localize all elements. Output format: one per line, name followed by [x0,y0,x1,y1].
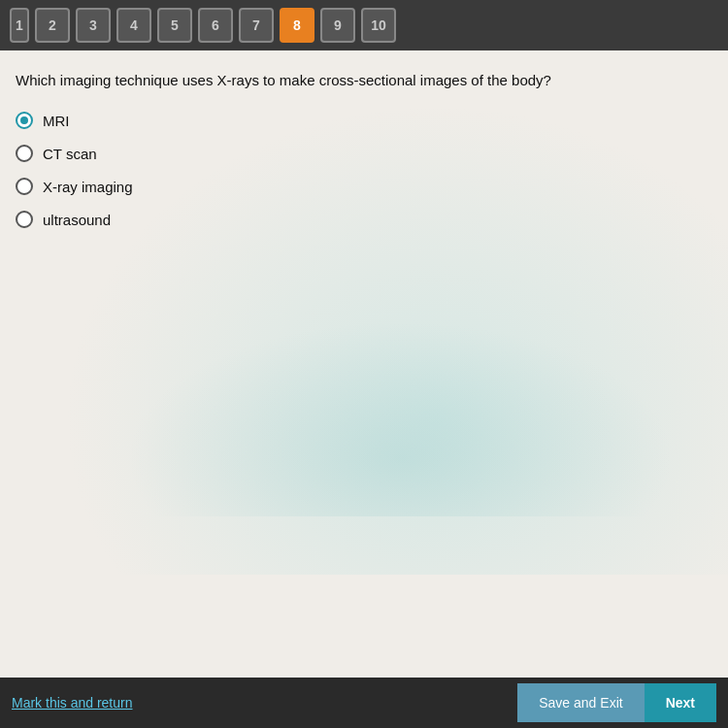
nav-item-3[interactable]: 3 [76,8,111,43]
screen: 1 2 3 4 5 6 7 8 9 10 Which imaging techn… [0,0,728,728]
option-mri[interactable]: MRI [16,112,712,129]
question-container: Which imaging technique uses X-rays to m… [0,50,728,575]
nav-item-6[interactable]: 6 [198,8,233,43]
option-xray[interactable]: X-ray imaging [16,178,712,195]
bottom-bar: Mark this and return Save and Exit Next [0,678,728,728]
radio-mri[interactable] [16,112,33,129]
nav-item-4[interactable]: 4 [116,8,151,43]
nav-item-1[interactable]: 1 [10,8,29,43]
option-ultrasound[interactable]: ultrasound [16,211,712,228]
next-button[interactable]: Next [645,683,716,722]
nav-item-10[interactable]: 10 [361,8,396,43]
radio-ultrasound[interactable] [16,211,33,228]
options-list: MRI CT scan X-ray imaging ultrasound [16,112,712,228]
option-ct-scan-label: CT scan [43,146,97,162]
save-exit-button[interactable]: Save and Exit [517,683,644,722]
bg-texture [0,225,728,516]
option-ct-scan[interactable]: CT scan [16,145,712,162]
content-area: 1 2 3 4 5 6 7 8 9 10 Which imaging techn… [0,0,728,728]
radio-xray[interactable] [16,178,33,195]
nav-item-7[interactable]: 7 [239,8,274,43]
radio-ct-scan[interactable] [16,145,33,162]
nav-item-8[interactable]: 8 [280,8,314,43]
bottom-buttons: Save and Exit Next [517,683,716,722]
option-mri-label: MRI [43,113,70,129]
option-xray-label: X-ray imaging [43,179,133,195]
nav-item-9[interactable]: 9 [320,8,355,43]
question-nav: 1 2 3 4 5 6 7 8 9 10 [0,0,728,50]
option-ultrasound-label: ultrasound [43,212,111,228]
nav-item-5[interactable]: 5 [157,8,192,43]
question-text: Which imaging technique uses X-rays to m… [16,70,712,90]
nav-item-2[interactable]: 2 [35,8,70,43]
mark-return-button[interactable]: Mark this and return [12,695,133,711]
